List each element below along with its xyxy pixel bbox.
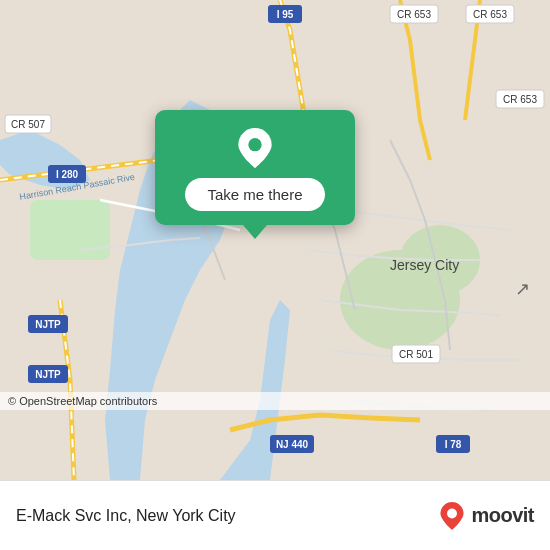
- moovit-brand-text: moovit: [471, 504, 534, 527]
- svg-text:CR 653: CR 653: [397, 9, 431, 20]
- moovit-logo: moovit: [438, 502, 534, 530]
- svg-point-34: [447, 508, 457, 518]
- location-name: E-Mack Svc Inc, New York City: [16, 507, 236, 525]
- svg-text:I 95: I 95: [277, 9, 294, 20]
- attribution-text: © OpenStreetMap contributors: [8, 395, 157, 407]
- location-popup: Take me there: [155, 110, 355, 225]
- svg-point-33: [248, 138, 261, 151]
- svg-text:NJTP: NJTP: [35, 369, 61, 380]
- info-bar: E-Mack Svc Inc, New York City moovit: [0, 480, 550, 550]
- location-pin-icon: [235, 128, 275, 168]
- svg-text:NJ 440: NJ 440: [276, 439, 309, 450]
- svg-text:Jersey City: Jersey City: [390, 257, 459, 273]
- map-container: CR 507 I 280 I 95 CR 653 CR 653 CR 653 N…: [0, 0, 550, 480]
- take-me-there-button[interactable]: Take me there: [185, 178, 324, 211]
- svg-text:I 78: I 78: [445, 439, 462, 450]
- svg-rect-6: [30, 200, 110, 260]
- svg-text:CR 653: CR 653: [473, 9, 507, 20]
- map-attribution: © OpenStreetMap contributors: [0, 392, 550, 410]
- moovit-pin-icon: [438, 502, 466, 530]
- svg-text:↗: ↗: [515, 279, 530, 299]
- svg-text:CR 501: CR 501: [399, 349, 433, 360]
- svg-text:CR 653: CR 653: [503, 94, 537, 105]
- svg-text:CR 507: CR 507: [11, 119, 45, 130]
- svg-text:NJTP: NJTP: [35, 319, 61, 330]
- svg-text:I 280: I 280: [56, 169, 79, 180]
